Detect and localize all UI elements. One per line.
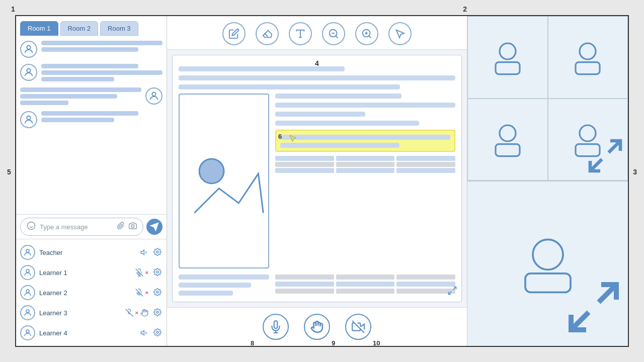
- svg-line-30: [336, 36, 338, 38]
- msg-line: [41, 70, 163, 75]
- highlight-line: [280, 135, 450, 140]
- svg-point-2: [152, 93, 155, 96]
- participant-row: Learner 2 ×: [16, 283, 167, 303]
- wb-content: 6: [173, 55, 461, 302]
- room-tab-1[interactable]: Room 1: [20, 21, 58, 36]
- camera-icon[interactable]: [129, 222, 137, 232]
- pencil-tool[interactable]: [222, 22, 246, 45]
- svg-point-13: [26, 269, 29, 273]
- expand-whiteboard-button[interactable]: [447, 286, 457, 298]
- svg-point-4: [28, 222, 35, 230]
- emoji-icon[interactable]: [27, 221, 36, 232]
- table-cell: [396, 282, 455, 287]
- wb-bar: [179, 283, 251, 288]
- message-lines: [41, 64, 163, 81]
- settings-button[interactable]: [152, 287, 163, 299]
- wb-bar: [275, 94, 401, 99]
- label-9: 9: [332, 339, 335, 347]
- svg-line-38: [449, 292, 452, 295]
- svg-point-36: [199, 159, 224, 184]
- svg-point-46: [500, 125, 516, 141]
- wb-bottom-left: [179, 275, 269, 296]
- svg-point-18: [26, 290, 29, 293]
- participant-avatar: [20, 245, 35, 260]
- settings-button[interactable]: [152, 307, 163, 319]
- svg-line-51: [590, 159, 602, 171]
- participant-icons: [140, 329, 148, 337]
- chat-messages: [16, 36, 167, 214]
- msg-line: [20, 101, 68, 105]
- table-cell: [336, 275, 395, 280]
- cursor-tool[interactable]: [388, 22, 412, 45]
- avatar: [20, 41, 37, 58]
- chat-input-area: Type a message: [16, 214, 167, 239]
- mic-muted-icon: [135, 268, 143, 277]
- label-2: 2: [463, 5, 467, 13]
- participant-icons: [140, 248, 148, 256]
- zoom-in-tool[interactable]: [355, 22, 378, 45]
- svg-point-12: [156, 251, 158, 253]
- center-bottom-controls: 8 9: [167, 307, 467, 346]
- camera-toggle-button[interactable]: [345, 314, 371, 340]
- wb-bar: [275, 112, 365, 117]
- mic-muted-icon: [135, 289, 143, 297]
- svg-point-10: [26, 249, 29, 252]
- participant-icons: ×: [135, 268, 148, 277]
- msg-line: [41, 64, 138, 68]
- table-cell: [396, 168, 455, 173]
- video-cell-2: [548, 16, 628, 99]
- chat-message: [20, 41, 163, 58]
- svg-line-37: [453, 287, 456, 290]
- msg-line: [20, 87, 141, 92]
- room-tabs: Room 1 Room 2 Room 3: [16, 16, 167, 36]
- send-button[interactable]: [146, 219, 163, 235]
- participant-icons: ×: [125, 309, 148, 317]
- participant-name: Learner 4: [39, 329, 136, 337]
- video-cell-1: [467, 16, 548, 99]
- microphone-button[interactable]: [263, 314, 289, 340]
- eraser-tool[interactable]: [256, 22, 279, 45]
- room-tab-3[interactable]: Room 3: [100, 21, 138, 36]
- table-cell: [336, 282, 395, 287]
- settings-button[interactable]: [152, 247, 163, 258]
- table-cell: [336, 156, 395, 161]
- settings-button[interactable]: [152, 267, 163, 279]
- msg-line: [41, 118, 114, 122]
- table-cell: [336, 168, 395, 173]
- raise-hand-button[interactable]: [304, 314, 330, 340]
- participant-row: Learner 1 ×: [16, 262, 167, 283]
- svg-rect-47: [496, 144, 520, 156]
- volume-icon: [140, 329, 148, 337]
- cursor-indicator: [288, 134, 297, 145]
- settings-button[interactable]: [152, 327, 163, 339]
- table-cell: [275, 275, 334, 280]
- video-grid: [467, 16, 628, 181]
- center-panel: 4: [167, 16, 467, 346]
- room-tab-2[interactable]: Room 2: [60, 21, 99, 36]
- expand-video-grid-button[interactable]: [585, 136, 625, 178]
- message-lines: [41, 41, 163, 52]
- msg-line: [41, 111, 138, 116]
- attachment-icon[interactable]: [117, 222, 125, 232]
- chat-input-box[interactable]: Type a message: [20, 218, 143, 236]
- table-cell: [396, 162, 455, 167]
- left-panel: Room 1 Room 2 Room 3: [16, 16, 167, 346]
- participant-avatar: [20, 305, 35, 320]
- svg-point-24: [26, 330, 29, 333]
- svg-line-33: [369, 36, 371, 38]
- participant-name: Learner 3: [39, 309, 121, 317]
- participant-row: Learner 3 ×: [16, 303, 167, 323]
- table-cell: [275, 282, 334, 287]
- svg-point-26: [156, 331, 158, 333]
- table-row: [275, 289, 455, 294]
- wb-bar: [280, 135, 450, 140]
- table-row: [275, 282, 455, 287]
- zoom-out-tool[interactable]: [322, 22, 345, 45]
- text-tool[interactable]: [289, 22, 312, 45]
- expand-single-video-button[interactable]: [564, 275, 624, 342]
- video-cell-3: [467, 99, 548, 181]
- image-placeholder: [179, 94, 269, 268]
- whiteboard[interactable]: 4: [172, 55, 462, 302]
- wb-right-col: 6: [275, 94, 455, 268]
- toolbar: [167, 16, 467, 50]
